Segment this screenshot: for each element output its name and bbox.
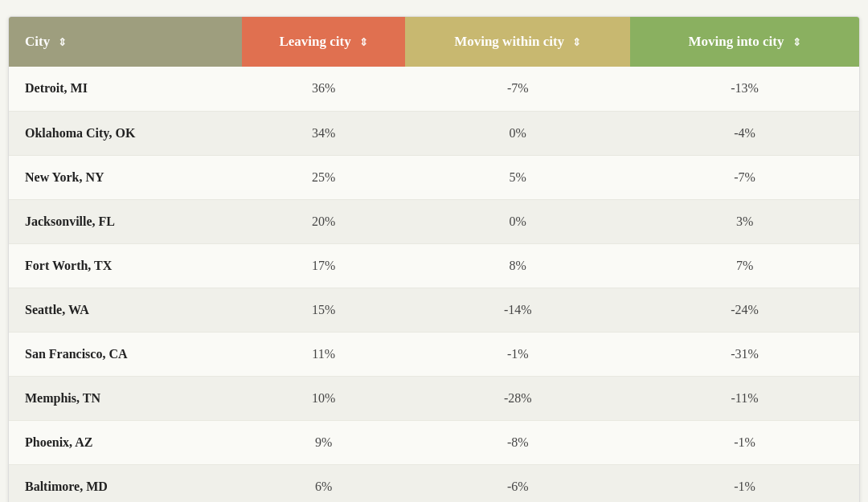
data-table: City ⇕ Leaving city ⇕ Moving within city… [8, 16, 860, 502]
cell-city: Memphis, TN [9, 376, 242, 420]
cell-leaving: 9% [242, 420, 405, 464]
cell-into: -13% [630, 67, 859, 111]
column-into-label: Moving into city [688, 34, 784, 49]
cell-leaving: 15% [242, 288, 405, 332]
table-row: Seattle, WA15%-14%-24% [9, 288, 859, 332]
cell-into: -24% [630, 288, 859, 332]
cell-city: Fort Worth, TX [9, 243, 242, 288]
cell-into: -7% [630, 155, 859, 199]
cell-within: -6% [405, 464, 630, 502]
cell-within: 0% [405, 111, 630, 155]
cell-leaving: 34% [242, 111, 405, 155]
cell-city: San Francisco, CA [9, 332, 242, 376]
cell-within: 5% [405, 155, 630, 199]
cell-leaving: 10% [242, 376, 405, 420]
sort-icon-leaving: ⇕ [359, 36, 368, 49]
table-row: Detroit, MI36%-7%-13% [9, 67, 859, 111]
cell-leaving: 20% [242, 199, 405, 243]
cell-leaving: 6% [242, 464, 405, 502]
cell-leaving: 11% [242, 332, 405, 376]
table-row: San Francisco, CA11%-1%-31% [9, 332, 859, 376]
cell-leaving: 25% [242, 155, 405, 199]
cell-city: Seattle, WA [9, 288, 242, 332]
sort-icon-within: ⇕ [572, 36, 581, 49]
cell-within: -8% [405, 420, 630, 464]
cell-into: -1% [630, 420, 859, 464]
cell-within: -1% [405, 332, 630, 376]
table-row: Memphis, TN10%-28%-11% [9, 376, 859, 420]
cell-into: -4% [630, 111, 859, 155]
cell-city: Oklahoma City, OK [9, 111, 242, 155]
cell-within: 0% [405, 199, 630, 243]
table-row: Phoenix, AZ9%-8%-1% [9, 420, 859, 464]
table-row: Jacksonville, FL20%0%3% [9, 199, 859, 243]
cell-into: -31% [630, 332, 859, 376]
cell-within: -28% [405, 376, 630, 420]
column-header-city[interactable]: City ⇕ [9, 17, 242, 67]
column-header-into[interactable]: Moving into city ⇕ [630, 17, 859, 67]
column-within-label: Moving within city [454, 34, 564, 49]
sort-icon-into: ⇕ [792, 36, 801, 49]
cell-within: -7% [405, 67, 630, 111]
column-header-within[interactable]: Moving within city ⇕ [405, 17, 630, 67]
column-leaving-label: Leaving city [279, 34, 350, 49]
cell-into: -1% [630, 464, 859, 502]
cell-into: -11% [630, 376, 859, 420]
column-header-leaving[interactable]: Leaving city ⇕ [242, 17, 405, 67]
sort-icon-city: ⇕ [58, 36, 67, 49]
cell-city: Baltimore, MD [9, 464, 242, 502]
table-row: New York, NY25%5%-7% [9, 155, 859, 199]
table-row: Fort Worth, TX17%8%7% [9, 243, 859, 288]
cell-city: Phoenix, AZ [9, 420, 242, 464]
cell-city: Jacksonville, FL [9, 199, 242, 243]
cell-leaving: 36% [242, 67, 405, 111]
cell-city: Detroit, MI [9, 67, 242, 111]
cell-into: 3% [630, 199, 859, 243]
table-row: Baltimore, MD6%-6%-1% [9, 464, 859, 502]
cell-leaving: 17% [242, 243, 405, 288]
table-row: Oklahoma City, OK34%0%-4% [9, 111, 859, 155]
table-header-row: City ⇕ Leaving city ⇕ Moving within city… [9, 17, 859, 67]
cell-within: -14% [405, 288, 630, 332]
cell-city: New York, NY [9, 155, 242, 199]
cell-into: 7% [630, 243, 859, 288]
column-city-label: City [25, 34, 50, 49]
cell-within: 8% [405, 243, 630, 288]
